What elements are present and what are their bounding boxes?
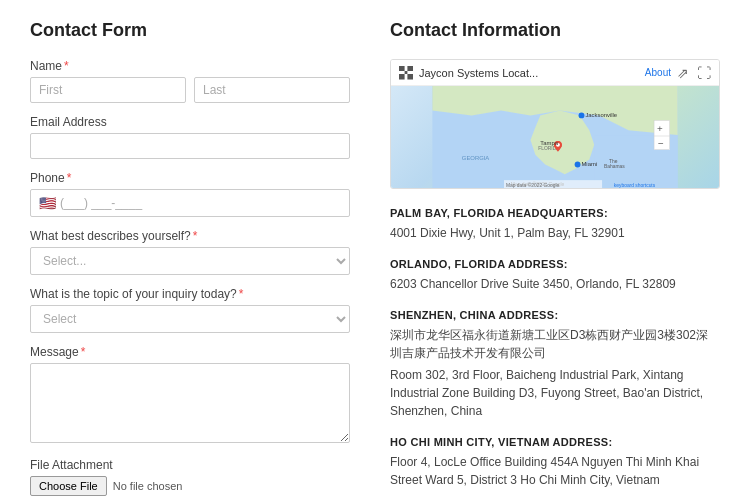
palm-bay-address: 4001 Dixie Hwy, Unit 1, Palm Bay, FL 329…: [390, 224, 720, 242]
message-label: Message*: [30, 345, 350, 359]
shenzhen-address-english: Room 302, 3rd Floor, Baicheng Industrial…: [390, 366, 720, 420]
file-label: File Attachment: [30, 458, 350, 472]
file-input-row: Choose File No file chosen: [30, 476, 350, 496]
first-name-input[interactable]: [30, 77, 186, 103]
svg-text:Jacksonville: Jacksonville: [585, 112, 617, 118]
map-container: Jaycon Systems Locat... About ⇗ ⛶: [390, 59, 720, 189]
describe-label: What best describes yourself?*: [30, 229, 350, 243]
phone-input-wrapper[interactable]: 🇺🇸: [30, 189, 350, 217]
phone-row: Phone* 🇺🇸: [30, 171, 350, 217]
orlando-address: 6203 Chancellor Drive Suite 3450, Orland…: [390, 275, 720, 293]
address-shenzhen: SHENZHEN, CHINA ADDRESS: 深圳市龙华区福永街道新塘工业区…: [390, 309, 720, 420]
name-row: Name*: [30, 59, 350, 103]
map-fullscreen-icon[interactable]: ⛶: [697, 65, 711, 81]
page-wrapper: Contact Form Name* Email Address: [0, 0, 750, 500]
map-svg: GEORGIA FLORIDA Jacksonville Tampa Miami: [391, 86, 719, 188]
contact-form: Name* Email Address Phone* 🇺🇸: [30, 59, 350, 500]
shenzhen-address-chinese: 深圳市龙华区福永街道新塘工业区D3栋西财产业园3楼302深圳吉康产品技术开发有限…: [390, 326, 720, 362]
svg-point-4: [579, 112, 585, 118]
hochiminh-address: Floor 4, LocLe Office Building 454A Nguy…: [390, 453, 720, 489]
last-name-input[interactable]: [194, 77, 350, 103]
svg-text:The: The: [609, 159, 618, 164]
contact-form-column: Contact Form Name* Email Address: [30, 20, 350, 500]
topic-select[interactable]: Select Support Sales: [30, 305, 350, 333]
palm-bay-heading: PALM BAY, FLORIDA HEADQUARTERS:: [390, 207, 720, 219]
svg-text:Bahamas: Bahamas: [604, 164, 625, 169]
info-title: Contact Information: [390, 20, 720, 41]
address-palm-bay: PALM BAY, FLORIDA HEADQUARTERS: 4001 Dix…: [390, 207, 720, 242]
describe-select[interactable]: Select... Individual Business: [30, 247, 350, 275]
svg-point-9: [575, 162, 581, 168]
svg-text:GEORGIA: GEORGIA: [462, 155, 490, 161]
file-row: File Attachment Choose File No file chos…: [30, 458, 350, 496]
map-title: Jaycon Systems Locat...: [419, 67, 639, 79]
topic-row: What is the topic of your inquiry today?…: [30, 287, 350, 333]
email-row: Email Address: [30, 115, 350, 159]
svg-text:keyboard shortcuts: keyboard shortcuts: [614, 183, 656, 188]
addresses-container: PALM BAY, FLORIDA HEADQUARTERS: 4001 Dix…: [390, 207, 720, 489]
topic-label: What is the topic of your inquiry today?…: [30, 287, 350, 301]
email-label: Email Address: [30, 115, 350, 129]
phone-label: Phone*: [30, 171, 350, 185]
map-body: GEORGIA FLORIDA Jacksonville Tampa Miami: [391, 86, 719, 188]
hochiminh-heading: HO CHI MINH CITY, VIETNAM ADDRESS:: [390, 436, 720, 448]
map-share-icon[interactable]: ⇗: [677, 65, 689, 81]
map-topbar: Jaycon Systems Locat... About ⇗ ⛶: [391, 60, 719, 86]
message-row: Message*: [30, 345, 350, 446]
choose-file-button[interactable]: Choose File: [30, 476, 107, 496]
svg-text:−: −: [658, 138, 664, 149]
map-grid-icon: [399, 66, 413, 80]
describe-row: What best describes yourself?* Select...…: [30, 229, 350, 275]
contact-info-column: Contact Information Jaycon Systems Locat…: [390, 20, 720, 500]
address-hochiminh: HO CHI MINH CITY, VIETNAM ADDRESS: Floor…: [390, 436, 720, 489]
email-input[interactable]: [30, 133, 350, 159]
shenzhen-heading: SHENZHEN, CHINA ADDRESS:: [390, 309, 720, 321]
name-fields: [30, 77, 350, 103]
svg-text:+: +: [657, 123, 663, 134]
phone-flag: 🇺🇸: [39, 195, 56, 211]
svg-text:Tampa: Tampa: [540, 140, 558, 146]
address-orlando: ORLANDO, FLORIDA ADDRESS: 6203 Chancello…: [390, 258, 720, 293]
form-title: Contact Form: [30, 20, 350, 41]
map-actions: ⇗ ⛶: [677, 65, 711, 81]
phone-input[interactable]: [60, 196, 341, 210]
message-textarea[interactable]: [30, 363, 350, 443]
map-about[interactable]: About: [645, 67, 671, 78]
file-no-file-label: No file chosen: [113, 480, 183, 492]
svg-text:Miami: Miami: [581, 161, 597, 167]
name-label: Name*: [30, 59, 350, 73]
svg-text:Map data ©2022 Google: Map data ©2022 Google: [506, 182, 560, 188]
orlando-heading: ORLANDO, FLORIDA ADDRESS:: [390, 258, 720, 270]
